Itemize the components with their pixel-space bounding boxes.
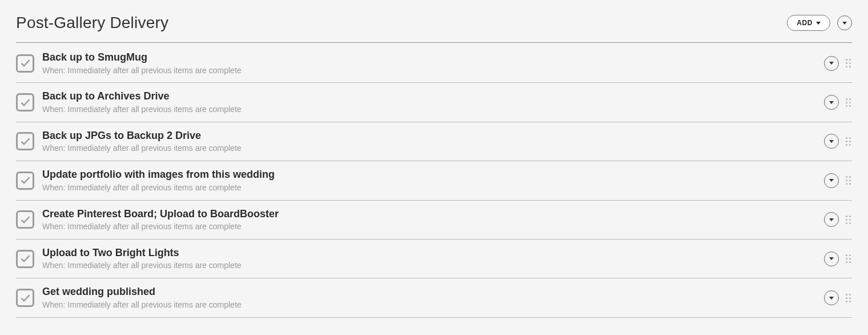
task-menu-button[interactable]	[824, 56, 839, 71]
caret-down-icon	[829, 62, 834, 65]
task-text: Update portfolio with images from this w…	[42, 168, 816, 193]
task-list: Back up to SmugMug When: Immediately aft…	[16, 44, 852, 318]
task-title: Back up JPGs to Backup 2 Drive	[42, 129, 816, 142]
drag-handle-icon[interactable]	[845, 293, 852, 304]
drag-handle-icon[interactable]	[845, 175, 852, 186]
task-row: Back up JPGs to Backup 2 Drive When: Imm…	[16, 122, 852, 161]
task-menu-button[interactable]	[824, 95, 839, 110]
task-row: Back up to SmugMug When: Immediately aft…	[16, 44, 852, 83]
task-row-actions	[824, 252, 852, 266]
task-text: Back up to SmugMug When: Immediately aft…	[42, 51, 816, 75]
caret-down-icon	[829, 101, 834, 104]
task-menu-button[interactable]	[824, 252, 839, 266]
task-title: Back up to Archives Drive	[42, 90, 816, 103]
check-icon	[20, 175, 31, 186]
task-row-actions	[824, 290, 852, 305]
task-checkbox[interactable]	[16, 93, 34, 111]
drag-handle-icon[interactable]	[845, 253, 852, 264]
task-row-actions	[824, 56, 852, 71]
task-text: Upload to Two Bright Lights When: Immedi…	[42, 246, 816, 271]
task-row: Create Pinterest Board; Upload to BoardB…	[16, 201, 852, 240]
task-when: When: Immediately after all previous ite…	[42, 182, 816, 193]
caret-down-icon	[829, 218, 834, 221]
task-text: Get wedding published When: Immediately …	[42, 285, 816, 310]
caret-down-icon	[829, 179, 834, 182]
task-row: Back up to Archives Drive When: Immediat…	[16, 83, 852, 122]
caret-down-icon	[842, 22, 847, 25]
task-text: Back up JPGs to Backup 2 Drive When: Imm…	[42, 129, 816, 154]
caret-down-icon	[816, 22, 821, 25]
task-menu-button[interactable]	[824, 212, 839, 227]
task-row-actions	[824, 95, 852, 110]
task-when: When: Immediately after all previous ite…	[42, 104, 816, 115]
check-icon	[20, 136, 31, 147]
task-checkbox[interactable]	[16, 54, 34, 73]
add-button[interactable]: ADD	[787, 15, 830, 31]
task-title: Upload to Two Bright Lights	[42, 246, 816, 260]
section-title: Post-Gallery Delivery	[16, 14, 168, 32]
check-icon	[20, 214, 31, 225]
header-actions: ADD	[787, 15, 852, 31]
task-checkbox[interactable]	[16, 289, 34, 307]
task-row: Get wedding published When: Immediately …	[16, 278, 852, 317]
task-title: Create Pinterest Board; Upload to BoardB…	[42, 208, 816, 221]
task-title: Back up to SmugMug	[42, 51, 816, 64]
task-row-actions	[824, 173, 852, 188]
check-icon	[20, 253, 31, 264]
caret-down-icon	[829, 140, 834, 143]
section-header: Post-Gallery Delivery ADD	[16, 14, 852, 43]
task-row: Update portfolio with images from this w…	[16, 161, 852, 200]
caret-down-icon	[829, 297, 834, 300]
check-icon	[20, 97, 31, 108]
task-menu-button[interactable]	[824, 173, 839, 188]
task-text: Back up to Archives Drive When: Immediat…	[42, 90, 816, 114]
task-when: When: Immediately after all previous ite…	[42, 260, 816, 271]
task-row-actions	[824, 134, 852, 149]
task-checkbox[interactable]	[16, 132, 34, 150]
task-checkbox[interactable]	[16, 250, 34, 268]
task-when: When: Immediately after all previous ite…	[42, 221, 816, 232]
task-checkbox[interactable]	[16, 172, 34, 190]
section-menu-button[interactable]	[837, 15, 852, 30]
check-icon	[20, 58, 31, 69]
task-when: When: Immediately after all previous ite…	[42, 65, 816, 76]
drag-handle-icon[interactable]	[845, 214, 852, 225]
task-checkbox[interactable]	[16, 210, 34, 229]
task-row-actions	[824, 212, 852, 227]
drag-handle-icon[interactable]	[845, 136, 852, 147]
task-menu-button[interactable]	[824, 134, 839, 149]
task-when: When: Immediately after all previous ite…	[42, 300, 816, 310]
drag-handle-icon[interactable]	[845, 97, 852, 108]
task-row: Upload to Two Bright Lights When: Immedi…	[16, 240, 852, 278]
task-when: When: Immediately after all previous ite…	[42, 143, 816, 154]
caret-down-icon	[829, 257, 834, 260]
task-text: Create Pinterest Board; Upload to BoardB…	[42, 208, 816, 232]
add-button-label: ADD	[797, 19, 813, 27]
task-title: Get wedding published	[42, 285, 816, 298]
drag-handle-icon[interactable]	[845, 58, 852, 69]
task-menu-button[interactable]	[824, 290, 839, 305]
check-icon	[20, 293, 31, 304]
task-title: Update portfolio with images from this w…	[42, 168, 816, 181]
